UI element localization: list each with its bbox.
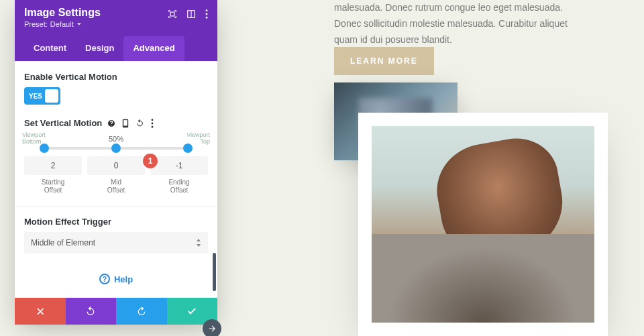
starting-offset-label: Starting Offset — [24, 178, 82, 194]
select-updown-icon — [196, 239, 201, 247]
callout-badge-1: 1 — [143, 154, 158, 168]
toggle-knob — [45, 89, 58, 103]
settings-panel: Image Settings Preset: Default Content D… — [15, 0, 217, 325]
learn-more-button[interactable]: LEARN MORE — [334, 47, 434, 75]
mid-offset-input[interactable] — [87, 156, 145, 175]
preset-value: Default — [50, 20, 74, 28]
preset-selector[interactable]: Preset: Default — [24, 20, 101, 28]
motion-trigger-select[interactable]: Middle of Element — [24, 232, 208, 254]
redo-button[interactable] — [116, 298, 167, 325]
ending-offset-label: Ending Offset — [150, 178, 208, 194]
reset-icon[interactable] — [136, 119, 144, 127]
slider-percent: 50% — [24, 135, 208, 143]
cancel-button[interactable] — [15, 298, 66, 325]
panel-scrollbar[interactable] — [213, 253, 216, 291]
help-text: Help — [114, 274, 133, 284]
device-icon[interactable] — [122, 119, 129, 128]
enable-vertical-motion-label: Enable Vertical Motion — [24, 72, 208, 82]
expand-icon[interactable] — [168, 9, 177, 19]
body-paragraph: malesuada. Donec rutrum congue leo eget … — [334, 0, 608, 48]
undo-button[interactable] — [66, 298, 117, 325]
help-icon[interactable] — [107, 119, 115, 127]
starting-offset-input[interactable] — [24, 156, 82, 175]
svg-point-3 — [206, 9, 208, 11]
enable-vertical-motion-toggle[interactable]: YES — [24, 87, 60, 105]
svg-rect-0 — [170, 12, 174, 16]
toggle-yes-text: YES — [29, 93, 42, 100]
kebab-icon[interactable] — [151, 119, 154, 128]
svg-point-9 — [152, 122, 154, 124]
chevron-down-icon — [76, 21, 82, 27]
panel-title: Image Settings — [24, 7, 101, 19]
panel-footer — [15, 298, 217, 325]
tab-design[interactable]: Design — [76, 36, 123, 61]
preset-label: Preset: — [24, 20, 48, 28]
settings-tabs: Content Design Advanced — [24, 36, 208, 61]
svg-rect-7 — [124, 120, 128, 125]
motion-trigger-value: Middle of Element — [31, 238, 95, 247]
resize-handle[interactable] — [203, 319, 221, 336]
svg-point-8 — [152, 119, 154, 121]
viewport-top-label: Viewport Top — [186, 132, 210, 146]
columns-icon[interactable] — [186, 9, 196, 19]
slider-handle-start[interactable] — [40, 144, 49, 153]
ending-offset-input[interactable] — [150, 156, 208, 175]
svg-point-5 — [206, 17, 208, 19]
tab-advanced[interactable]: Advanced — [123, 36, 184, 61]
hero-image — [372, 126, 594, 323]
help-circle-icon: ? — [99, 274, 110, 284]
motion-trigger-label: Motion Effect Trigger — [24, 217, 208, 227]
svg-point-10 — [152, 125, 154, 127]
svg-point-4 — [206, 13, 208, 15]
motion-slider-track[interactable] — [43, 147, 189, 150]
slider-handle-end[interactable] — [183, 144, 193, 153]
hero-image-frame — [358, 113, 608, 336]
kebab-menu-icon[interactable] — [205, 9, 208, 19]
help-link[interactable]: ? Help — [24, 274, 208, 284]
slider-handle-mid[interactable] — [111, 144, 121, 153]
mid-offset-label: Mid Offset — [87, 178, 145, 194]
set-vertical-motion-label: Set Vertical Motion — [24, 118, 102, 128]
tab-content[interactable]: Content — [24, 36, 76, 61]
